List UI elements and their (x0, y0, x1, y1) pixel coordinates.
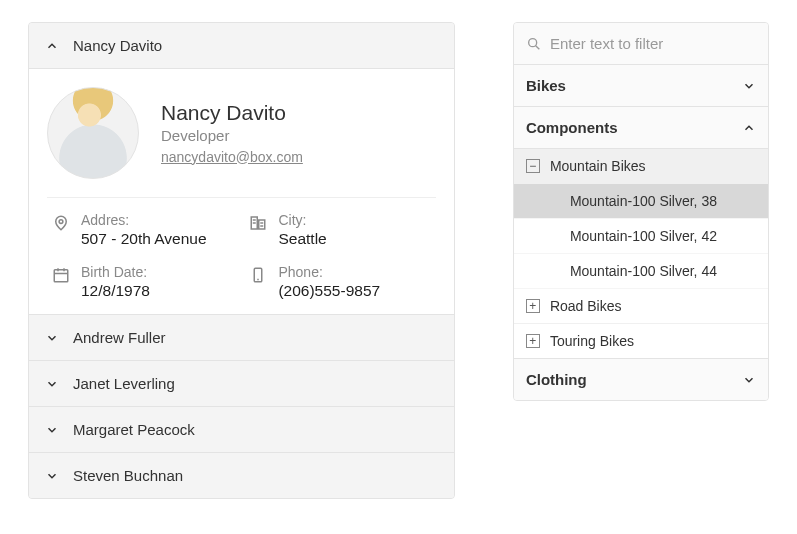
city-label: City: (278, 212, 435, 228)
phone-label: Phone: (278, 264, 435, 280)
profile-info-grid: Addres: 507 - 20th Avenue City: Seattle … (47, 212, 436, 300)
tree-node-road-bikes[interactable]: + Road Bikes (514, 289, 768, 324)
filter-input[interactable] (550, 35, 756, 52)
leaf-label: Mountain-100 Silver, 38 (570, 193, 717, 209)
accordion-header-janet[interactable]: Janet Leverling (29, 361, 454, 406)
calendar-icon (47, 264, 75, 284)
address-block: Addres: 507 - 20th Avenue (81, 212, 238, 248)
city-value: Seattle (278, 230, 435, 248)
product-tree-panel: Bikes Components − Mountain Bikes Mounta… (513, 22, 769, 401)
birth-label: Birth Date: (81, 264, 238, 280)
profile-name: Nancy Davito (161, 101, 303, 125)
profile-email-link[interactable]: nancydavito@box.com (161, 149, 303, 165)
chevron-down-icon (45, 377, 59, 391)
svg-rect-2 (259, 220, 265, 229)
tree-leaf[interactable]: Mountain-100 Silver, 38 (514, 184, 768, 219)
tree-category-components[interactable]: Components (514, 107, 768, 149)
node-label: Road Bikes (550, 298, 622, 314)
search-icon (526, 36, 542, 52)
accordion-title: Steven Buchnan (73, 467, 183, 484)
tree-leaf[interactable]: Mountain-100 Silver, 42 (514, 219, 768, 254)
node-label: Mountain Bikes (550, 158, 646, 174)
city-block: City: Seattle (278, 212, 435, 248)
chevron-down-icon (45, 423, 59, 437)
avatar (47, 87, 139, 179)
birth-block: Birth Date: 12/8/1978 (81, 264, 238, 300)
accordion-item: Andrew Fuller (29, 315, 454, 361)
expand-icon[interactable]: + (526, 299, 540, 313)
accordion-title: Janet Leverling (73, 375, 175, 392)
svg-point-0 (59, 220, 63, 224)
category-label: Bikes (526, 77, 566, 94)
employee-accordion: Nancy Davito Nancy Davito Developer nanc… (28, 22, 455, 499)
tree-category-clothing[interactable]: Clothing (514, 358, 768, 400)
tree-node-touring-bikes[interactable]: + Touring Bikes (514, 324, 768, 358)
accordion-title: Andrew Fuller (73, 329, 166, 346)
accordion-header-steven[interactable]: Steven Buchnan (29, 453, 454, 498)
node-label: Touring Bikes (550, 333, 634, 349)
chevron-up-icon (45, 39, 59, 53)
tree-node-mountain-bikes[interactable]: − Mountain Bikes (514, 149, 768, 184)
leaf-label: Mountain-100 Silver, 44 (570, 263, 717, 279)
profile-meta: Nancy Davito Developer nancydavito@box.c… (161, 101, 303, 166)
svg-line-14 (536, 45, 540, 49)
accordion-item: Margaret Peacock (29, 407, 454, 453)
tree-body-components: − Mountain Bikes Mountain-100 Silver, 38… (514, 149, 768, 358)
accordion-item: Steven Buchnan (29, 453, 454, 498)
address-value: 507 - 20th Avenue (81, 230, 238, 248)
phone-block: Phone: (206)555-9857 (278, 264, 435, 300)
expand-icon[interactable]: + (526, 334, 540, 348)
location-pin-icon (47, 212, 75, 232)
profile-header: Nancy Davito Developer nancydavito@box.c… (47, 87, 436, 198)
chevron-down-icon (742, 79, 756, 93)
collapse-icon[interactable]: − (526, 159, 540, 173)
accordion-title: Margaret Peacock (73, 421, 195, 438)
profile-role: Developer (161, 127, 303, 144)
tree-search (514, 23, 768, 65)
tree-category-bikes[interactable]: Bikes (514, 65, 768, 107)
phone-value: (206)555-9857 (278, 282, 435, 300)
chevron-down-icon (45, 469, 59, 483)
svg-point-13 (529, 38, 537, 46)
leaf-label: Mountain-100 Silver, 42 (570, 228, 717, 244)
phone-icon (244, 264, 272, 284)
accordion-header-margaret[interactable]: Margaret Peacock (29, 407, 454, 452)
accordion-item: Nancy Davito Nancy Davito Developer nanc… (29, 23, 454, 315)
chevron-down-icon (45, 331, 59, 345)
accordion-header-andrew[interactable]: Andrew Fuller (29, 315, 454, 360)
building-icon (244, 212, 272, 232)
birth-value: 12/8/1978 (81, 282, 238, 300)
category-label: Clothing (526, 371, 587, 388)
chevron-up-icon (742, 121, 756, 135)
address-label: Addres: (81, 212, 238, 228)
chevron-down-icon (742, 373, 756, 387)
accordion-title: Nancy Davito (73, 37, 162, 54)
category-label: Components (526, 119, 618, 136)
accordion-header-nancy[interactable]: Nancy Davito (29, 23, 454, 68)
tree-leaf[interactable]: Mountain-100 Silver, 44 (514, 254, 768, 289)
accordion-item: Janet Leverling (29, 361, 454, 407)
svg-rect-7 (54, 270, 68, 282)
profile-panel: Nancy Davito Developer nancydavito@box.c… (29, 68, 454, 314)
